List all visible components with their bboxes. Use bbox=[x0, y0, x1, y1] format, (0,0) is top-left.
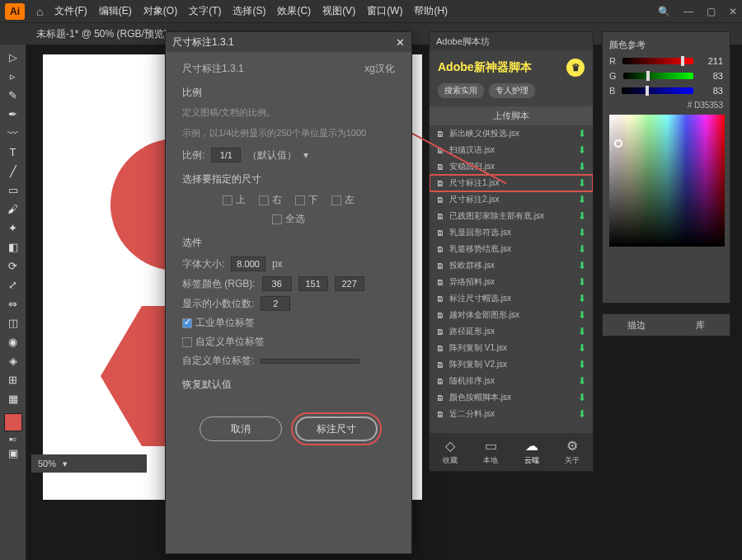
download-icon[interactable]: ⬇ bbox=[578, 243, 586, 255]
download-icon[interactable]: ⬇ bbox=[578, 326, 586, 337]
magic-wand-tool[interactable]: ✎ bbox=[2, 86, 25, 104]
search-icon[interactable]: 🔍 bbox=[658, 6, 670, 17]
color-b-input[interactable]: 227 bbox=[335, 276, 364, 291]
download-icon[interactable]: ⬇ bbox=[578, 210, 586, 222]
b-slider[interactable] bbox=[622, 87, 693, 94]
menu-help[interactable]: 帮助(H) bbox=[414, 4, 448, 18]
checkbox-top[interactable]: 上 bbox=[223, 193, 246, 207]
scripts-pill-1[interactable]: 搜索实用 bbox=[438, 83, 484, 98]
download-icon[interactable]: ⬇ bbox=[578, 359, 586, 370]
spectrum-cursor-icon[interactable] bbox=[614, 139, 622, 148]
swatch-mini-b[interactable]: 库 bbox=[696, 319, 705, 332]
download-icon[interactable]: ⬇ bbox=[578, 227, 586, 238]
pen-tool[interactable]: ✒ bbox=[2, 105, 25, 123]
scripts-pill-2[interactable]: 专人护理 bbox=[489, 83, 535, 98]
script-item[interactable]: 🗎乳显回形符选.jsx⬇ bbox=[430, 224, 593, 241]
close-icon[interactable]: ✕ bbox=[396, 36, 405, 49]
script-item[interactable]: 🗎安稳回归.jsx⬇ bbox=[430, 158, 593, 175]
ratio-input[interactable]: 1/1 bbox=[211, 148, 241, 162]
direct-selection-tool[interactable]: ▹ bbox=[2, 67, 25, 85]
cancel-button[interactable]: 取消 bbox=[200, 416, 282, 441]
download-icon[interactable]: ⬇ bbox=[578, 194, 586, 205]
download-icon[interactable]: ⬇ bbox=[578, 293, 586, 304]
checkbox-left[interactable]: 左 bbox=[331, 193, 355, 207]
scale-tool[interactable]: ⤢ bbox=[2, 275, 25, 294]
download-icon[interactable]: ⬇ bbox=[578, 144, 586, 156]
script-item[interactable]: 🗎新出峡义供投选.jsx⬇ bbox=[430, 125, 593, 142]
script-item[interactable]: 🗎路径延形.jsx⬇ bbox=[430, 323, 593, 340]
menu-edit[interactable]: 编辑(E) bbox=[99, 4, 132, 18]
curvature-tool[interactable]: 〰 bbox=[2, 124, 25, 142]
eraser-tool[interactable]: ◧ bbox=[2, 238, 25, 256]
selection-tool[interactable]: ▷ bbox=[2, 48, 25, 66]
script-item[interactable]: 🗎随机排序.jsx⬇ bbox=[430, 373, 593, 389]
download-icon[interactable]: ⬇ bbox=[578, 161, 586, 172]
script-item[interactable]: 🗎越对体全部图形.jsx⬇ bbox=[430, 307, 593, 323]
chevron-down-icon[interactable]: ▾ bbox=[63, 459, 68, 469]
home-icon[interactable]: ⌂ bbox=[36, 5, 43, 18]
menu-window[interactable]: 窗口(W) bbox=[367, 4, 402, 18]
script-item[interactable]: 🗎阵列复制 V2.jsx⬇ bbox=[430, 356, 593, 373]
color-g-input[interactable]: 151 bbox=[298, 276, 328, 291]
script-item[interactable]: 🗎乳签移势结底.jsx⬇ bbox=[430, 241, 593, 257]
shape-builder-tool[interactable]: ◉ bbox=[2, 332, 25, 351]
script-item[interactable]: 🗎颜色按帽脚本.jsx⬇ bbox=[430, 389, 593, 406]
custom-unit-input[interactable] bbox=[261, 359, 359, 364]
download-icon[interactable]: ⬇ bbox=[578, 309, 586, 321]
paintbrush-tool[interactable]: 🖌 bbox=[2, 200, 25, 218]
window-restore-icon[interactable]: ▢ bbox=[707, 6, 716, 17]
line-tool[interactable]: ╱ bbox=[2, 162, 25, 180]
download-icon[interactable]: ⬇ bbox=[578, 392, 586, 403]
menu-object[interactable]: 对象(O) bbox=[143, 4, 177, 18]
script-item[interactable]: 🗎投欧群移.jsx⬇ bbox=[430, 257, 593, 274]
color-r-input[interactable]: 36 bbox=[262, 276, 292, 291]
menu-file[interactable]: 文件(F) bbox=[54, 4, 87, 18]
width-tool[interactable]: ⇔ bbox=[2, 294, 25, 313]
checkbox-bottom[interactable]: 下 bbox=[295, 193, 318, 207]
menu-type[interactable]: 文字(T) bbox=[189, 4, 221, 18]
script-item[interactable]: 🗎阵列复制 V1.jsx⬇ bbox=[430, 340, 593, 356]
download-icon[interactable]: ⬇ bbox=[578, 342, 586, 354]
download-icon[interactable]: ⬇ bbox=[578, 260, 586, 271]
menu-view[interactable]: 视图(V) bbox=[322, 4, 355, 18]
script-item[interactable]: 🗎异络招料.jsx⬇ bbox=[430, 274, 593, 290]
window-close-icon[interactable]: ✕ bbox=[729, 6, 737, 17]
free-transform-tool[interactable]: ◫ bbox=[2, 313, 25, 332]
scripts-footer-button[interactable]: ▭本地 bbox=[483, 438, 498, 466]
download-icon[interactable]: ⬇ bbox=[578, 408, 586, 420]
color-mode-icons[interactable]: ▪▫ bbox=[2, 432, 25, 445]
perspective-tool[interactable]: ◈ bbox=[2, 351, 25, 369]
scripts-footer-button[interactable]: ⚙关于 bbox=[565, 438, 580, 466]
scripts-footer-button[interactable]: ☁云端 bbox=[524, 438, 539, 466]
checkbox-custom-unit[interactable]: 自定义单位标签 bbox=[182, 335, 265, 349]
color-spectrum[interactable] bbox=[609, 115, 725, 247]
g-slider[interactable] bbox=[623, 73, 693, 79]
fontsize-input[interactable]: 8.000 bbox=[231, 256, 265, 271]
script-item[interactable]: 🗎尺寸标注1.jsx⬇ bbox=[430, 175, 593, 191]
fill-stroke-swatch[interactable] bbox=[4, 413, 22, 431]
type-tool[interactable]: T bbox=[2, 143, 25, 161]
download-icon[interactable]: ⬇ bbox=[578, 128, 586, 139]
chevron-down-icon[interactable]: ▾ bbox=[303, 149, 308, 161]
decimals-input[interactable]: 2 bbox=[261, 296, 290, 311]
script-item[interactable]: 🗎尺寸标注2.jsx⬇ bbox=[430, 191, 593, 208]
rotate-tool[interactable]: ⟳ bbox=[2, 256, 25, 275]
gradient-tool[interactable]: ▦ bbox=[2, 389, 25, 407]
checkbox-right[interactable]: 右 bbox=[259, 193, 282, 207]
rectangle-tool[interactable]: ▭ bbox=[2, 181, 25, 199]
checkbox-industrial[interactable]: 工业单位标签 bbox=[182, 316, 255, 330]
ok-button[interactable]: 标注尺寸 bbox=[295, 416, 378, 441]
menu-select[interactable]: 选择(S) bbox=[232, 4, 265, 18]
mesh-tool[interactable]: ⊞ bbox=[2, 370, 25, 388]
download-icon[interactable]: ⬇ bbox=[578, 177, 586, 189]
swatch-mini-a[interactable]: 描边 bbox=[627, 319, 646, 332]
download-icon[interactable]: ⬇ bbox=[578, 276, 586, 288]
r-slider[interactable] bbox=[622, 58, 693, 64]
menu-effect[interactable]: 效果(C) bbox=[277, 4, 311, 18]
download-icon[interactable]: ⬇ bbox=[578, 375, 586, 387]
checkbox-all[interactable]: 全选 bbox=[272, 212, 305, 226]
script-item[interactable]: 🗎近二分料.jsx⬇ bbox=[430, 406, 593, 422]
screen-mode-icon[interactable]: ▣ bbox=[2, 446, 25, 459]
script-item[interactable]: 🗎标注尺寸帽选.jsx⬇ bbox=[430, 290, 593, 307]
shaper-tool[interactable]: ✦ bbox=[2, 219, 25, 237]
